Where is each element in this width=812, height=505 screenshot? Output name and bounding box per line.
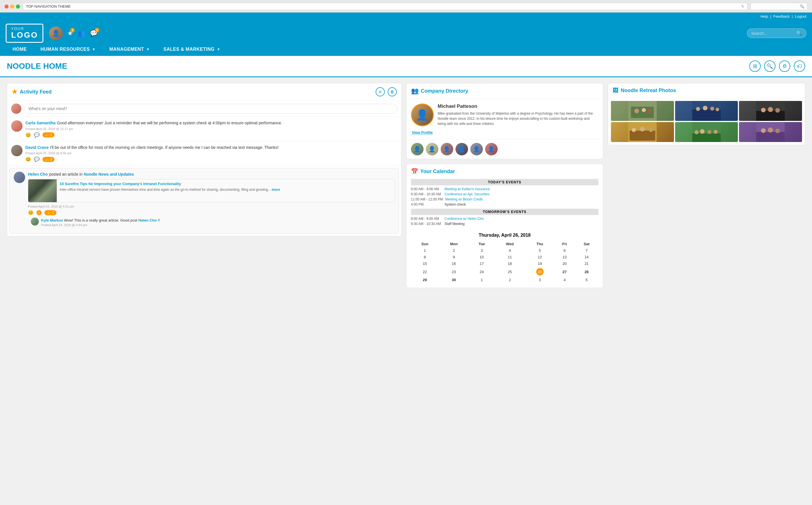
photo-3[interactable] [739,101,802,121]
delete-button[interactable]: 🗑 [387,87,397,97]
cal-day[interactable]: 3 [469,247,495,254]
site-logo[interactable]: YOUR LOGO [6,24,43,43]
nav-item-sales[interactable]: SALES & MARKETING ▼ [157,43,227,56]
tag-button[interactable]: 🏷 [794,60,805,72]
kyle-comment-content: Kyle Markus Wow! This is a really great … [41,217,160,227]
user-avatar[interactable]: 👤 [49,26,63,40]
cal-day-other[interactable]: 1 [469,277,495,283]
messages-icon[interactable]: 💬 2 [90,30,98,37]
reload-icon[interactable]: ↻ [741,4,745,9]
kyle-author[interactable]: Kyle Markus [41,218,63,222]
cal-day[interactable]: 25 [495,267,525,277]
cal-day[interactable]: 1 [411,247,439,254]
cal-day[interactable]: 19 [525,260,554,267]
svg-rect-28 [756,132,785,142]
helen-react-button[interactable]: 😊 [28,210,34,215]
cal-day-highlight[interactable]: 27 [554,267,575,277]
help-link[interactable]: Help [760,14,768,18]
helen-avatar [14,172,25,183]
nav-item-management[interactable]: MANAGEMENT ▼ [103,43,157,56]
search-button[interactable]: 🔍 [764,60,776,72]
photo-6[interactable] [739,122,802,142]
cal-day[interactable]: 4 [495,247,525,254]
logout-link[interactable]: Logout [795,14,806,18]
directory-person-4[interactable]: 👤 [456,143,468,155]
cal-day-today[interactable]: 26 [525,267,554,277]
notifications-icon[interactable]: ★ 1 [67,30,73,37]
cal-day[interactable]: 5 [525,247,554,254]
photo-2[interactable] [675,101,738,121]
kyle-mention[interactable]: Helen Cho [138,218,157,222]
cal-day[interactable]: 12 [525,254,554,260]
david-author[interactable]: David Crane [25,145,49,150]
directory-person-2[interactable]: 👤 [426,143,438,155]
cal-day[interactable]: 18 [495,260,525,267]
cal-day-other[interactable]: 3 [525,277,554,283]
nav-item-home[interactable]: HOME [6,43,34,56]
david-like-button[interactable]: 👍 3 [42,157,54,162]
cal-day[interactable]: 7 [575,247,598,254]
helen-channel[interactable]: Noodle News and Updates [84,172,134,176]
cal-day[interactable]: 21 [575,260,598,267]
directory-person-1[interactable]: 👤 [411,143,424,155]
directory-person-3[interactable]: 👤 [441,143,453,155]
carla-react-button[interactable]: 😊 [25,132,31,138]
feedback-link[interactable]: Feedback [774,14,790,18]
carla-author[interactable]: Carla Samantha [25,121,56,125]
directory-person-5[interactable]: 👤 [470,143,483,155]
directory-person-6[interactable]: 👤 [485,143,498,155]
cal-day-highlight[interactable]: 30 [439,277,469,283]
article-more-link[interactable]: more [272,188,280,192]
cal-day[interactable]: 11 [495,254,525,260]
today-events-header: TODAY'S EVENTS [411,179,599,185]
article-title[interactable]: 10 Surefire Tips for Improving your Comp… [59,182,280,186]
photo-4[interactable] [611,122,674,142]
view-profile-button[interactable]: View Profile [412,130,433,135]
search-input[interactable] [751,31,794,36]
main-content: ★ Activity Feed ⊘ 🗑 Carla Samantha Good … [0,77,812,294]
event-5-name[interactable]: Conference w/ Helen Cho [445,217,484,221]
browser-search-box[interactable]: 🔍 [751,3,807,10]
cal-day-highlight[interactable]: 28 [575,267,598,277]
cal-day[interactable]: 22 [411,267,439,277]
cal-day[interactable]: 24 [469,267,495,277]
nav-item-hr[interactable]: HUMAN RESOURCES ▼ [34,43,103,56]
address-bar[interactable]: TOP NAVIGATION THEME ↻ [23,3,748,10]
cal-day[interactable]: 9 [439,254,469,260]
helen-like-button[interactable]: 👍 2 [44,210,56,215]
cal-day[interactable]: 23 [439,267,469,277]
helen-author[interactable]: Helen Cho [28,172,48,176]
event-row-3: 11:00 AM - 12:00 PM Meeting w/ Bloom Cre… [411,197,599,201]
carla-like-button[interactable]: 👍 1 [42,132,54,138]
add-widget-button[interactable]: ⊞ [749,60,761,72]
event-2-name[interactable]: Conference w/ Apt. Securities [445,192,489,196]
event-1-name[interactable]: Meeting w/ Kellen's Insurance [445,187,490,191]
cal-day[interactable]: 16 [439,260,469,267]
cal-day[interactable]: 14 [575,254,598,260]
david-react-button[interactable]: 😊 [25,157,31,162]
cal-day-other[interactable]: 5 [575,277,598,283]
cal-day-other[interactable]: 4 [554,277,575,283]
cal-day[interactable]: 8 [411,254,439,260]
people-icon[interactable]: 👥 [77,30,85,37]
close-button[interactable] [5,5,9,9]
cal-day[interactable]: 2 [439,247,469,254]
filter-button[interactable]: ⊘ [376,87,385,97]
cal-day-highlight[interactable]: 29 [411,277,439,283]
cal-day[interactable]: 6 [554,247,575,254]
minimize-button[interactable] [10,5,14,9]
maximize-button[interactable] [16,5,20,9]
cal-day[interactable]: 15 [411,260,439,267]
photo-5[interactable] [675,122,738,142]
carla-comment-button[interactable]: 💬 [34,132,40,138]
cal-day[interactable]: 17 [469,260,495,267]
compose-input[interactable] [24,104,397,114]
david-comment-button[interactable]: 💬 [34,157,40,162]
photo-1[interactable] [611,101,674,121]
cal-day[interactable]: 20 [554,260,575,267]
cal-day[interactable]: 10 [469,254,495,260]
cal-day-other[interactable]: 2 [495,277,525,283]
settings-button[interactable]: ⚙ [779,60,790,72]
cal-day[interactable]: 13 [554,254,575,260]
event-3-name[interactable]: Meeting w/ Bloom Credit [445,197,483,201]
